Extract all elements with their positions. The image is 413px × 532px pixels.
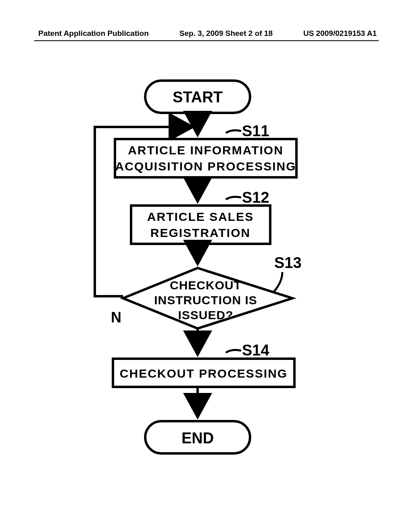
label-no: N (111, 309, 121, 326)
flowchart-s11: ARTICLE INFORMATION ACQUISITION PROCESSI… (115, 139, 296, 177)
ref-s13: S13 (274, 254, 302, 271)
s11-label-2: ACQUISITION PROCESSING (115, 160, 296, 173)
label-yes: Y (192, 328, 200, 343)
flowchart-diagram: START S11 ARTICLE INFORMATION ACQUISITIO… (0, 73, 413, 463)
s12-label-2: REGISTRATION (150, 226, 250, 239)
ref-swoosh-s13 (273, 272, 282, 292)
s13-label-3: ISSUED? (178, 308, 233, 322)
s13-label-1: CHECKOUT (170, 278, 242, 292)
page-header: Patent Application Publication Sep. 3, 2… (0, 29, 413, 38)
flowchart-s13: CHECKOUT INSTRUCTION IS ISSUED? (123, 268, 292, 328)
header-rule (34, 40, 379, 41)
header-date-sheet: Sep. 3, 2009 Sheet 2 of 18 (179, 29, 273, 38)
start-label: START (173, 89, 223, 106)
header-patent-number: US 2009/0219153 A1 (303, 29, 377, 38)
s11-label-1: ARTICLE INFORMATION (128, 143, 284, 157)
ref-s12: S12 (242, 189, 269, 206)
ref-swoosh-s12 (226, 197, 241, 200)
ref-swoosh-s11 (226, 130, 241, 133)
flowchart-s12: ARTICLE SALES REGISTRATION (131, 206, 270, 244)
flowchart-end: END (145, 421, 250, 453)
end-label: END (181, 430, 214, 447)
ref-s14: S14 (242, 342, 269, 359)
s12-label-1: ARTICLE SALES (147, 210, 254, 223)
flowchart-s14: CHECKOUT PROCESSING (113, 359, 294, 387)
s13-label-2: INSTRUCTION IS (154, 293, 257, 307)
header-publication: Patent Application Publication (38, 29, 149, 38)
flowchart-start: START (145, 81, 250, 113)
s14-label: CHECKOUT PROCESSING (120, 367, 288, 380)
ref-swoosh-s14 (226, 350, 241, 353)
ref-s11: S11 (242, 123, 269, 139)
